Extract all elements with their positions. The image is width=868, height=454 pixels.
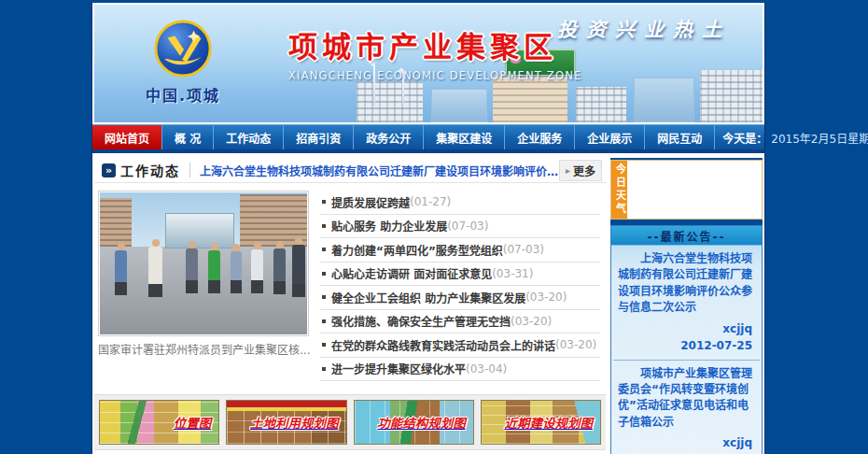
- today-value: 2015年2月5日星期四: [771, 130, 868, 146]
- person-figure: [115, 250, 127, 282]
- main-column: » 工作动态 上海六合堂生物科技项城制药有限公司迁建新厂建设项目环境影响评价公众…: [94, 158, 606, 454]
- announcement-date: 2012-07-25: [611, 337, 752, 354]
- map-label: 近期建设规划图: [505, 413, 594, 432]
- person-figure: [208, 250, 220, 280]
- map-label: 土地利用规划图: [250, 413, 339, 432]
- bullet-icon: [322, 295, 326, 299]
- bullet-icon: [322, 224, 326, 228]
- news-link[interactable]: 心贴心走访调研 面对面征求意见: [331, 265, 492, 281]
- page-container: 中国.项城 项城市产业集聚区 XIANGCHENG ECONOMIC DEVEL…: [91, 3, 765, 454]
- news-date: (03-20): [511, 315, 552, 328]
- bullet-icon: [322, 272, 326, 276]
- announcement-item: 项城市产业集聚区管理委员会“作风转变暨环境创优”活动征求意见电话和电子信箱公示: [611, 361, 762, 433]
- site-title-en: XIANGCHENG ECONOMIC DEVELOPMENT ZONE: [288, 69, 581, 82]
- news-link[interactable]: 强化措施、确保安全生产管理无空挡: [331, 313, 511, 329]
- triangle-right-icon: ▸: [566, 165, 570, 176]
- map-label: 功能结构规划图: [377, 413, 466, 432]
- site-title-cn: 项城市产业集聚区: [288, 23, 581, 65]
- building: [576, 87, 625, 122]
- news-link[interactable]: 提质发展促跨越: [331, 194, 410, 210]
- news-link[interactable]: 着力创建“两单四化”服务型党组织: [331, 242, 503, 258]
- content-area: » 工作动态 上海六合堂生物科技项城制药有限公司迁建新厂建设项目环境影响评价公众…: [92, 153, 764, 454]
- news-list-item: 着力创建“两单四化”服务型党组织(07-03): [320, 238, 600, 262]
- divider: [189, 163, 190, 177]
- announcement-author: xcjjq: [611, 434, 752, 451]
- header-slogan: 投资兴业热土: [557, 14, 731, 42]
- announcement-author: xcjjq: [611, 320, 752, 337]
- news-link[interactable]: 进一步提升集聚区绿化水平: [331, 361, 466, 376]
- announcement-link[interactable]: 上海六合堂生物科技项城制药有限公司迁建新厂建设项目环境影响评价公众参与信息二次公…: [618, 251, 755, 317]
- today-date: 今天是： 2015年2月5日星期四: [715, 125, 868, 149]
- bullet-icon: [322, 200, 326, 204]
- work-more-button[interactable]: ▸ 更多: [559, 160, 602, 181]
- building: [357, 81, 423, 122]
- chevrons-right-icon: »: [102, 163, 116, 177]
- news-date: (03-20): [555, 338, 596, 351]
- photo-scene: [100, 192, 307, 334]
- news-list-item: 进一步提升集聚区绿化水平(03-04): [320, 358, 600, 382]
- nav-item-enterprise-service[interactable]: 企业服务: [505, 125, 575, 149]
- news-date: (03-04): [466, 362, 507, 376]
- news-list: 提质发展促跨越(01-27) 贴心服务 助力企业发展(07-03) 着力创建“两…: [320, 191, 602, 381]
- building: [100, 198, 132, 247]
- announcements-title: --最新公告--: [611, 226, 762, 246]
- building: [700, 70, 763, 122]
- sidebar: 今日天气 --最新公告-- 上海六合堂生物科技项城制药有限公司迁建新厂建设项目环…: [610, 158, 763, 454]
- planning-maps-strip: 位置图 土地利用规划图 功能结构规划图 近期建设规划图: [94, 394, 606, 450]
- bullet-icon: [322, 367, 326, 371]
- map-location[interactable]: 位置图: [99, 400, 219, 445]
- weather-widget: 今日天气: [610, 160, 763, 220]
- weather-title: 今日天气: [611, 161, 627, 219]
- nav-item-overview[interactable]: 概 况: [162, 125, 214, 149]
- news-list-item: 健全企业工会组织 助力产业集聚区发展(03-20): [320, 286, 600, 310]
- announcement-link[interactable]: 项城市产业集聚区管理委员会“作风转变暨环境创优”活动征求意见电话和电子信箱公示: [618, 366, 755, 432]
- site-header-banner: 中国.项城 项城市产业集聚区 XIANGCHENG ECONOMIC DEVEL…: [92, 3, 764, 124]
- news-row: 国家审计署驻郑州特派员到产业集聚区核... 提质发展促跨越(01-27) 贴心服…: [94, 183, 606, 383]
- news-date: (03-31): [492, 267, 533, 280]
- site-logo: 中国.项城: [113, 20, 253, 106]
- announcement-item: 上海六合堂生物科技项城制药有限公司迁建新厂建设项目环境影响评价公众参与信息二次公…: [611, 246, 762, 319]
- news-list-item: 强化措施、确保安全生产管理无空挡(03-20): [320, 310, 600, 334]
- bullet-icon: [322, 343, 326, 347]
- nav-item-home[interactable]: 网站首页: [92, 125, 162, 149]
- photo-caption: 国家审计署驻郑州特派员到产业集聚区核...: [98, 341, 311, 357]
- news-date: (03-20): [525, 291, 567, 304]
- logo-emblem-icon: [154, 20, 212, 78]
- news-link[interactable]: 在党的群众路线教育实践活动动员会上的讲话: [331, 337, 555, 353]
- logo-caption: 中国.项城: [113, 83, 253, 106]
- news-date: (07-03): [447, 220, 488, 233]
- person-figure: [273, 248, 286, 281]
- map-recent-construction[interactable]: 近期建设规划图: [481, 400, 601, 445]
- headline-ticker-link[interactable]: 上海六合堂生物科技项城制药有限公司迁建新厂建设项目环境影响评价公众参与信息一次公…: [200, 163, 559, 178]
- building: [634, 78, 693, 122]
- featured-photo[interactable]: [98, 191, 309, 336]
- nav-item-gov-affairs[interactable]: 政务公开: [354, 125, 424, 149]
- news-link[interactable]: 贴心服务 助力企业发展: [331, 218, 447, 234]
- weather-content: [627, 161, 762, 219]
- announcement-meta: xcjjq 2012-07-25: [611, 319, 762, 360]
- person-figure: [186, 248, 198, 280]
- main-navigation: 网站首页 概 况 工作动态 招商引资 政务公开 集聚区建设 企业服务 企业展示 …: [92, 124, 764, 149]
- nav-item-investment[interactable]: 招商引资: [284, 125, 354, 149]
- news-list-item: 提质发展促跨越(01-27): [320, 191, 600, 215]
- nav-item-zone-construction[interactable]: 集聚区建设: [424, 125, 505, 149]
- nav-item-enterprise-show[interactable]: 企业展示: [575, 125, 645, 149]
- work-news-header: » 工作动态 上海六合堂生物科技项城制药有限公司迁建新厂建设项目环境影响评价公众…: [94, 158, 606, 183]
- site-titles: 项城市产业集聚区 XIANGCHENG ECONOMIC DEVELOPMENT…: [288, 23, 581, 82]
- map-land-use[interactable]: 土地利用规划图: [226, 400, 346, 445]
- person-figure: [148, 247, 162, 284]
- latest-announcements: --最新公告-- 上海六合堂生物科技项城制药有限公司迁建新厂建设项目环境影响评价…: [610, 225, 763, 454]
- nav-item-work-news[interactable]: 工作动态: [214, 125, 284, 149]
- news-list-item: 在党的群众路线教育实践活动动员会上的讲话(03-20): [320, 333, 600, 358]
- map-label: 位置图: [174, 413, 212, 432]
- news-link[interactable]: 健全企业工会组织 助力产业集聚区发展: [331, 290, 525, 305]
- building: [493, 76, 567, 122]
- person-figure: [251, 249, 263, 280]
- news-date: (07-03): [503, 243, 544, 256]
- news-date: (01-27): [410, 195, 451, 208]
- news-list-item: 心贴心走访调研 面对面征求意见(03-31): [320, 262, 600, 287]
- nav-item-interaction[interactable]: 网民互动: [645, 125, 715, 149]
- announcement-meta: xcjjq 2012-07-16: [611, 433, 762, 454]
- today-label: 今天是：: [722, 130, 767, 146]
- map-functional-structure[interactable]: 功能结构规划图: [354, 400, 474, 445]
